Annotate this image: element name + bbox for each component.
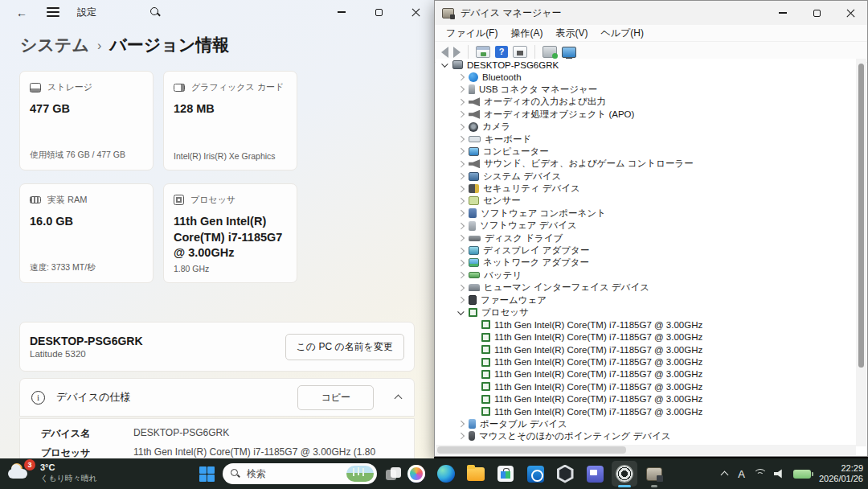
device-manager-taskbar-button[interactable] [641,461,667,487]
tree-chevron-icon[interactable] [456,295,467,305]
tree-chevron-icon[interactable] [456,97,467,107]
hexagon-app-button[interactable] [552,461,578,487]
horizontal-scrollbar[interactable] [436,445,856,455]
menu-item[interactable]: ヘルプ(H) [594,27,650,40]
hamburger-menu-icon[interactable] [47,7,59,17]
maximize-button[interactable] [800,1,833,25]
scrollbar-thumb[interactable] [437,446,626,454]
tree-chevron-icon[interactable] [456,258,467,268]
tree-row[interactable]: キーボード [436,133,857,145]
scan-hardware-icon[interactable] [542,46,557,58]
tree-chevron-icon[interactable] [456,134,467,144]
tree-row[interactable]: ソフトウェア デバイス [436,220,857,232]
vertical-scrollbar[interactable] [856,59,866,446]
teams-button[interactable] [582,461,608,487]
tree-row[interactable]: ファームウェア [436,294,857,306]
start-button[interactable] [194,461,219,487]
tree-chevron-icon[interactable] [456,146,467,156]
tree-row[interactable]: ポータブル デバイス [436,417,857,429]
menu-item[interactable]: 操作(A) [504,27,549,40]
tree-row[interactable]: サウンド、ビデオ、およびゲーム コントローラー [436,158,857,170]
tree-row[interactable]: Bluetooth [436,71,857,83]
tree-row[interactable]: ソフトウェア コンポーネント [436,208,857,220]
wifi-icon[interactable] [753,469,766,479]
tree-chevron-icon[interactable] [456,270,467,280]
outlook-button[interactable] [522,461,548,487]
microsoft-store-button[interactable] [493,461,518,487]
tree-row[interactable]: システム デバイス [436,171,857,183]
chevron-up-icon[interactable] [395,393,403,401]
forward-icon[interactable] [453,47,461,58]
tree-chevron-icon[interactable] [456,308,467,318]
tree-chevron-icon[interactable] [456,84,467,94]
tree-row[interactable]: ヒューマン インターフェイス デバイス [436,281,857,294]
tree-chevron-icon[interactable] [456,221,467,231]
rename-pc-button[interactable]: この PC の名前を変更 [285,334,404,360]
close-button[interactable] [397,0,434,24]
ime-indicator[interactable]: A [738,468,745,480]
tree-chevron-icon[interactable] [456,419,467,429]
tree-row[interactable]: 11th Gen Intel(R) Core(TM) i7-1185G7 @ 3… [436,393,857,405]
settings-taskbar-button[interactable] [612,461,637,487]
tree-row[interactable]: 11th Gen Intel(R) Core(TM) i7-1185G7 @ 3… [436,331,857,343]
show-window-icon[interactable] [513,46,527,58]
tree-row[interactable]: オーディオ処理オブジェクト (APO) [436,109,857,121]
edge-button[interactable] [433,461,459,487]
file-explorer-button[interactable] [463,461,489,487]
tree-row[interactable]: DESKTOP-PSG6GRK [436,59,857,71]
battery-icon[interactable] [793,470,811,479]
tray-chevron-up-icon[interactable] [720,469,730,479]
back-icon[interactable] [441,47,448,58]
tree-row[interactable]: カメラ [436,121,857,133]
tree-chevron-icon[interactable] [456,233,467,243]
menu-item[interactable]: ファイル(F) [440,27,504,40]
tree-row[interactable]: オーディオの入力および出力 [436,96,857,108]
tree-row[interactable]: ディスク ドライブ [436,232,857,244]
tree-row[interactable]: バッテリ [436,269,857,281]
tree-chevron-icon[interactable] [456,208,467,218]
computer-properties-icon[interactable] [562,47,576,58]
tree-chevron-icon[interactable] [456,171,467,181]
tree-row[interactable]: 11th Gen Intel(R) Core(TM) i7-1185G7 @ 3… [436,355,857,368]
breadcrumb-system-link[interactable]: システム [20,34,89,56]
search-highlight-image[interactable] [346,466,374,482]
tree-chevron-icon[interactable] [456,196,467,206]
search-icon[interactable] [149,6,161,18]
volume-icon[interactable] [774,469,785,479]
tree-chevron-icon[interactable] [456,184,467,194]
clock[interactable]: 22:29 2026/01/26 [819,463,863,484]
tree-row[interactable]: USB コネクタ マネージャー [436,84,857,96]
tree-row[interactable]: ディスプレイ アダプター [436,244,857,257]
tree-row[interactable]: 11th Gen Intel(R) Core(TM) i7-1185G7 @ 3… [436,343,857,355]
menu-item[interactable]: 表示(V) [549,27,594,40]
close-button[interactable] [833,1,867,25]
tree-chevron-icon[interactable] [440,60,451,70]
tree-chevron-icon[interactable] [456,431,467,441]
tree-row[interactable]: 11th Gen Intel(R) Core(TM) i7-1185G7 @ 3… [436,405,857,417]
tree-chevron-icon[interactable] [456,159,467,169]
weather-widget[interactable]: 3 3°C くもり時々晴れ [3,460,102,486]
help-icon[interactable] [495,46,508,58]
tree-chevron-icon[interactable] [456,283,467,293]
tree-row[interactable]: コンピューター [436,146,857,158]
tree-row[interactable]: セキュリティ デバイス [436,183,857,195]
search-input[interactable] [247,468,335,479]
copilot-button[interactable] [403,461,429,487]
tree-row[interactable]: プロセッサ [436,306,857,318]
minimize-button[interactable] [766,1,800,25]
scrollbar-thumb[interactable] [858,64,864,368]
tree-row[interactable]: センサー [436,195,857,207]
device-spec-expander[interactable]: デバイスの仕様 コピー [19,378,415,417]
tree-chevron-icon[interactable] [456,72,467,82]
tree-chevron-icon[interactable] [456,109,467,119]
tree-chevron-icon[interactable] [456,246,467,256]
tree-row[interactable]: ネットワーク アダプター [436,257,857,269]
tree-row[interactable]: マウスとそのほかのポインティング デバイス [436,430,857,442]
tree-row[interactable]: 11th Gen Intel(R) Core(TM) i7-1185G7 @ 3… [436,380,857,392]
tree-row[interactable]: 11th Gen Intel(R) Core(TM) i7-1185G7 @ 3… [436,318,857,331]
tree-chevron-icon[interactable] [456,122,467,132]
maximize-button[interactable] [360,0,397,24]
minimize-button[interactable] [323,0,360,24]
console-window-icon[interactable] [476,46,490,58]
tree-row[interactable]: 11th Gen Intel(R) Core(TM) i7-1185G7 @ 3… [436,368,857,380]
